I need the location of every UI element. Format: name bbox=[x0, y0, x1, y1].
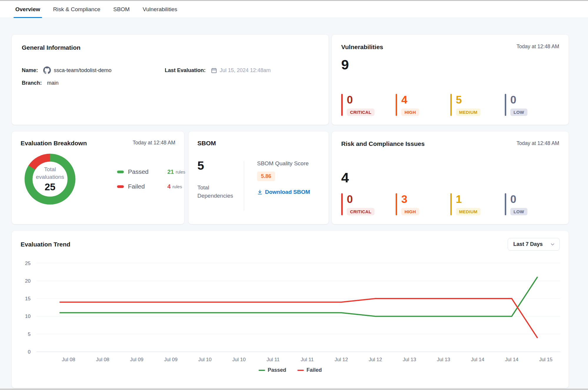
severity-critical: 0 CRITICAL bbox=[341, 94, 396, 116]
risk-compliance-title: Risk and Compliance Issues bbox=[341, 140, 425, 147]
tab-bar: Overview Risk & Compliance SBOM Vulnerab… bbox=[0, 1, 588, 18]
failed-swatch bbox=[117, 185, 124, 188]
evaluation-trend-title: Evaluation Trend bbox=[21, 241, 70, 248]
tab-vulnerabilities[interactable]: Vulnerabilities bbox=[142, 1, 178, 18]
severity-critical: 0 CRITICAL bbox=[341, 193, 396, 215]
severity-count: 0 bbox=[510, 194, 527, 205]
time-range-dropdown[interactable]: Last 7 Days bbox=[508, 238, 560, 251]
severity-high: 4 HIGH bbox=[396, 94, 450, 116]
severity-medium: 1 MEDIUM bbox=[450, 193, 505, 215]
svg-text:Jul 11: Jul 11 bbox=[266, 357, 279, 362]
trend-legend: Passed Failed bbox=[12, 367, 569, 373]
svg-text:10: 10 bbox=[25, 314, 31, 319]
severity-bar bbox=[396, 193, 397, 215]
download-sbom-link[interactable]: Download SBOM bbox=[257, 189, 310, 195]
severity-badge: CRITICAL bbox=[347, 109, 374, 116]
legend-passed: Passed 21 rules bbox=[117, 168, 185, 175]
general-information-title: General Information bbox=[22, 44, 319, 51]
svg-text:Jul 13: Jul 13 bbox=[403, 357, 416, 362]
tab-risk-compliance[interactable]: Risk & Compliance bbox=[53, 1, 101, 18]
chevron-down-icon bbox=[550, 242, 555, 246]
svg-text:Jul 12: Jul 12 bbox=[335, 357, 348, 362]
severity-bar bbox=[505, 94, 506, 116]
svg-text:Jul 14: Jul 14 bbox=[505, 357, 518, 362]
severity-bar bbox=[450, 193, 452, 215]
svg-text:Jul 09: Jul 09 bbox=[130, 357, 143, 362]
risk-compliance-total: 4 bbox=[341, 171, 559, 184]
evaluation-breakdown-card: Evaluation Breakdown Today at 12:48 AM T… bbox=[12, 131, 184, 224]
last-evaluation-label: Last Evaluation: bbox=[165, 67, 206, 74]
severity-count: 0 bbox=[347, 94, 374, 106]
severity-badge: MEDIUM bbox=[456, 208, 481, 215]
branch-value: main bbox=[47, 80, 59, 86]
total-evaluations-count: 25 bbox=[45, 181, 56, 193]
svg-text:Jul 10: Jul 10 bbox=[198, 357, 211, 362]
passed-swatch bbox=[117, 171, 124, 173]
tab-sbom[interactable]: SBOM bbox=[113, 1, 130, 18]
severity-badge: LOW bbox=[510, 208, 527, 215]
risk-compliance-timestamp: Today at 12:48 AM bbox=[517, 140, 559, 146]
svg-text:0: 0 bbox=[28, 349, 31, 355]
evaluation-trend-chart: 0510152025Jul 08Jul 08Jul 09Jul 09Jul 10… bbox=[12, 251, 569, 366]
svg-text:Jul 13: Jul 13 bbox=[437, 357, 450, 362]
evaluation-breakdown-title: Evaluation Breakdown bbox=[21, 140, 87, 147]
severity-low: 0 LOW bbox=[505, 94, 559, 116]
tab-overview[interactable]: Overview bbox=[15, 1, 41, 18]
donut-legend: Passed 21 rules Failed 4 rules bbox=[117, 168, 185, 190]
severity-count: 0 bbox=[347, 194, 374, 205]
trend-legend-passed: Passed bbox=[259, 367, 286, 373]
donut-center: Total evaluations 25 bbox=[21, 150, 79, 209]
svg-text:15: 15 bbox=[25, 296, 31, 301]
trend-legend-failed: Failed bbox=[297, 367, 322, 373]
sbom-quality-score-label: SBOM Quality Score bbox=[257, 160, 310, 167]
failed-line-swatch bbox=[297, 370, 304, 371]
sbom-card: SBOM 5 Total Dependencies SBOM Quality S… bbox=[189, 131, 329, 224]
active-tab-underline bbox=[14, 17, 42, 18]
svg-text:Jul 12: Jul 12 bbox=[369, 357, 382, 362]
severity-badge: HIGH bbox=[401, 208, 419, 215]
vulnerabilities-timestamp: Today at 12:48 AM bbox=[517, 44, 559, 50]
general-information-card: General Information Name: ssca-team/todo… bbox=[12, 35, 329, 125]
svg-text:Jul 15: Jul 15 bbox=[539, 357, 552, 362]
window-bottom-edge bbox=[0, 389, 588, 390]
severity-bar bbox=[396, 94, 397, 116]
vulnerabilities-total: 9 bbox=[341, 58, 559, 71]
severity-bar bbox=[450, 94, 452, 116]
evaluation-trend-card: Evaluation Trend Last 7 Days 0510152025J… bbox=[12, 231, 569, 388]
severity-high: 3 HIGH bbox=[396, 193, 450, 215]
severity-count: 1 bbox=[456, 194, 481, 205]
divider bbox=[244, 161, 244, 210]
severity-badge: LOW bbox=[510, 109, 527, 116]
severity-badge: CRITICAL bbox=[347, 208, 374, 215]
github-icon bbox=[43, 66, 51, 74]
svg-text:Jul 14: Jul 14 bbox=[471, 357, 484, 362]
severity-bar bbox=[341, 193, 343, 215]
calendar-icon bbox=[211, 67, 217, 74]
svg-text:Jul 08: Jul 08 bbox=[96, 357, 109, 362]
passed-line-swatch bbox=[259, 370, 265, 371]
severity-count: 3 bbox=[401, 194, 419, 205]
legend-failed: Failed 4 rules bbox=[117, 183, 185, 190]
sbom-title: SBOM bbox=[197, 140, 320, 147]
last-evaluation-value: Jul 15, 2024 12:48am bbox=[220, 67, 271, 74]
sbom-quality-score-value: 5.86 bbox=[257, 171, 275, 181]
severity-count: 5 bbox=[456, 94, 481, 106]
severity-badge: HIGH bbox=[401, 109, 419, 116]
severity-badge: MEDIUM bbox=[456, 109, 481, 116]
vulnerabilities-title: Vulnerabilities bbox=[341, 44, 383, 51]
name-label: Name: bbox=[22, 67, 38, 74]
evaluation-breakdown-timestamp: Today at 12:48 AM bbox=[133, 140, 175, 146]
total-dependencies-label: Total Dependencies bbox=[197, 184, 236, 200]
download-icon bbox=[257, 189, 263, 195]
svg-text:Jul 11: Jul 11 bbox=[301, 357, 314, 362]
svg-text:Jul 08: Jul 08 bbox=[62, 357, 75, 362]
svg-text:Jul 09: Jul 09 bbox=[164, 357, 177, 362]
svg-text:Jul 10: Jul 10 bbox=[232, 357, 246, 362]
vulnerabilities-card: Vulnerabilities Today at 12:48 AM 9 0 CR… bbox=[332, 35, 569, 125]
repo-name-link[interactable]: ssca-team/todolist-demo bbox=[54, 67, 111, 74]
severity-low: 0 LOW bbox=[505, 193, 559, 215]
svg-text:20: 20 bbox=[25, 278, 31, 284]
severity-bar bbox=[505, 193, 506, 215]
risk-compliance-card: Risk and Compliance Issues Today at 12:4… bbox=[332, 131, 569, 224]
severity-medium: 5 MEDIUM bbox=[450, 94, 505, 116]
